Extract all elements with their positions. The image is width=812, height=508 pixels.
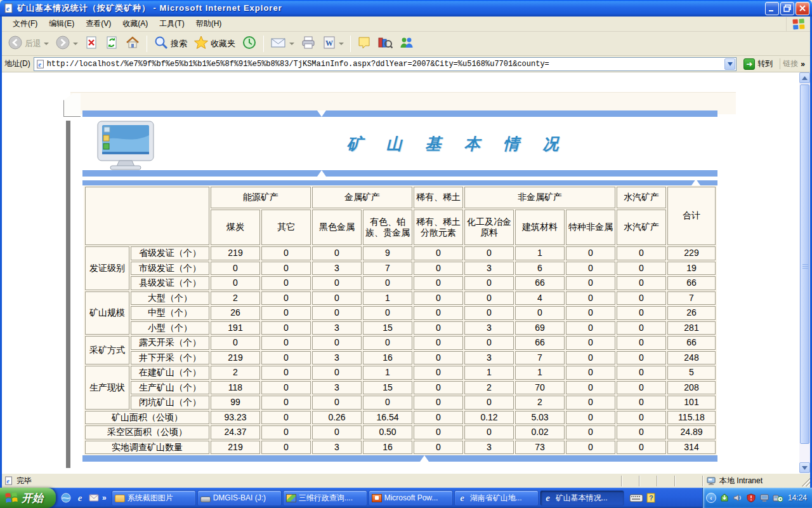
table-cell: 3 <box>464 351 514 365</box>
word-dropdown-icon[interactable] <box>339 43 344 45</box>
go-label: 转到 <box>757 58 773 69</box>
table-cell: 0 <box>414 381 463 395</box>
table-cell: 0 <box>261 396 311 410</box>
table-cell: 0 <box>261 321 311 335</box>
table-cell: 7 <box>515 351 565 365</box>
tray-volume-icon[interactable] <box>733 493 743 503</box>
forward-button[interactable] <box>52 34 81 53</box>
table-cell: 3 <box>312 351 362 365</box>
minimize-button[interactable] <box>765 2 779 15</box>
outlook-quicklaunch-icon[interactable] <box>88 492 100 504</box>
start-button[interactable]: 开始 <box>0 488 56 508</box>
hide-tray-icons-chevron[interactable]: ‹ <box>706 493 716 503</box>
table-cell: 7 <box>667 291 716 305</box>
menu-favorites[interactable]: 收藏(A) <box>117 17 154 31</box>
links-button[interactable]: 链接 » <box>780 58 808 69</box>
scroll-down-button[interactable] <box>799 462 810 473</box>
table-cell: 0 <box>363 336 412 350</box>
table-cell: 0 <box>566 425 615 439</box>
table-cell: 0 <box>363 396 412 410</box>
address-label: 地址(D) <box>4 58 30 69</box>
menu-edit[interactable]: 编辑(E) <box>43 17 80 31</box>
discuss-button[interactable] <box>354 34 374 53</box>
table-cell: 219 <box>211 441 260 455</box>
row-label: 井下开采（个） <box>131 351 209 365</box>
search-button[interactable]: 搜索 <box>150 34 190 53</box>
research-button[interactable] <box>374 34 396 53</box>
back-dropdown-icon[interactable] <box>44 43 49 45</box>
help-icon[interactable]: ? <box>646 493 656 503</box>
tray-display-icon[interactable] <box>759 493 769 503</box>
table-cell: 0 <box>617 306 666 320</box>
table-cell: 3 <box>312 441 362 455</box>
app-icon <box>286 494 296 502</box>
tray-update-icon[interactable] <box>719 493 730 503</box>
taskbar-task-button[interactable]: Microsoft Pow... <box>369 490 453 506</box>
show-desktop-icon[interactable] <box>60 492 72 504</box>
table-cell: 66 <box>667 276 716 290</box>
close-button[interactable] <box>796 2 809 15</box>
svg-text:e: e <box>6 4 10 12</box>
table-cell: 0 <box>414 262 463 276</box>
ie-quicklaunch-icon[interactable] <box>74 492 86 504</box>
table-cell: 0 <box>566 366 615 380</box>
forward-dropdown-icon[interactable] <box>73 43 78 45</box>
go-button[interactable]: ➜ 转到 <box>740 58 776 70</box>
taskbar-task-button[interactable]: DMGIS-BAI (J:) <box>197 490 282 506</box>
mail-dropdown-icon[interactable] <box>289 43 294 45</box>
messenger-button[interactable] <box>396 34 417 53</box>
page-content: 矿 山 基 本 情 况 <box>2 72 810 473</box>
table-cell: 0 <box>261 306 311 320</box>
table-cell: 99 <box>211 396 260 410</box>
taskbar-task-button[interactable]: 矿山基本情况... <box>540 490 624 506</box>
table-row: 发证级别省级发证（个）21900900100229 <box>85 246 716 260</box>
toolbar-separator <box>350 36 351 52</box>
stop-button[interactable] <box>81 34 102 53</box>
address-input[interactable] <box>47 60 725 69</box>
back-label: 后退 <box>25 38 41 50</box>
history-button[interactable] <box>239 34 260 53</box>
table-cell: 0 <box>261 351 311 365</box>
taskbar-clock[interactable]: 14:24 <box>788 493 807 502</box>
back-button[interactable]: 后退 <box>4 34 52 53</box>
mail-button[interactable] <box>267 34 298 53</box>
table-row: 采空区面积（公顷）24.37000.50000.020024.89 <box>85 425 716 439</box>
taskbar-task-button[interactable]: 三维行政查询.... <box>283 490 367 506</box>
print-button[interactable] <box>298 34 319 53</box>
toolbar-separator <box>147 36 147 52</box>
edit-with-word-button[interactable]: W <box>319 34 347 53</box>
row-label: 露天开采（个） <box>131 336 209 350</box>
back-icon <box>8 35 23 52</box>
table-cell: 0 <box>414 276 463 290</box>
tray-network-activity-icon[interactable] <box>773 493 783 503</box>
table-cell: 0 <box>464 246 514 260</box>
table-cell: 0 <box>566 351 615 365</box>
scrollbar-thumb[interactable] <box>800 84 809 444</box>
col-header: 其它 <box>261 210 311 245</box>
menu-help[interactable]: 帮助(H) <box>190 17 228 31</box>
refresh-button[interactable] <box>102 34 122 53</box>
menu-view[interactable]: 查看(V) <box>80 17 117 31</box>
menu-file[interactable]: 文件(F) <box>7 17 43 31</box>
resize-grip[interactable] <box>801 476 810 486</box>
table-cell: 0 <box>414 411 463 425</box>
table-cell: 9 <box>363 246 412 260</box>
tray-security-shield-icon[interactable] <box>746 493 756 503</box>
address-bar: 地址(D) e ➜ 转到 链接 » <box>2 56 810 72</box>
address-dropdown-button[interactable] <box>724 58 735 70</box>
menu-tools[interactable]: 工具(T) <box>154 17 190 31</box>
quicklaunch-overflow-chevron[interactable]: » <box>102 493 107 502</box>
table-cell: 0 <box>566 321 615 335</box>
restore-button[interactable] <box>780 2 794 15</box>
scroll-up-button[interactable] <box>799 72 810 83</box>
favorites-button[interactable]: 收藏夹 <box>190 34 239 53</box>
taskbar-task-button[interactable]: 系统截图图片 <box>112 490 196 506</box>
table-cell: 3 <box>464 321 514 335</box>
vertical-scrollbar[interactable] <box>799 72 810 473</box>
taskbar-task-button[interactable]: 湖南省矿山地... <box>454 490 539 506</box>
table-cell: 2 <box>515 396 565 410</box>
keyboard-icon[interactable] <box>629 493 643 502</box>
home-button[interactable] <box>122 34 143 53</box>
report-banner: 矿 山 基 本 情 况 <box>82 117 717 170</box>
table-cell: 0 <box>464 425 514 439</box>
